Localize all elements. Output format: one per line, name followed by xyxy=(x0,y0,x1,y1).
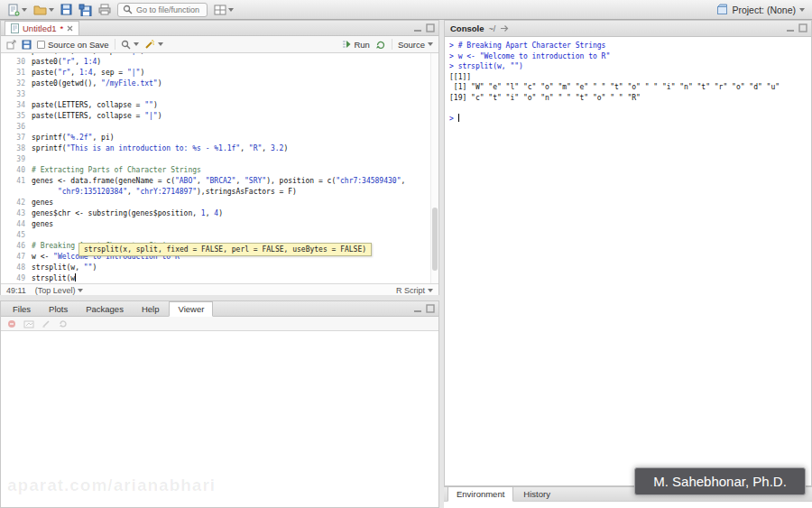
code-line[interactable]: 49strsplit(w xyxy=(1,273,438,283)
open-file-button[interactable] xyxy=(33,4,54,15)
search-icon xyxy=(123,5,133,14)
code-line[interactable]: 45 xyxy=(1,230,438,241)
goto-file-search[interactable] xyxy=(117,3,208,17)
maximize-icon[interactable] xyxy=(798,23,807,32)
console-line: [[1]] xyxy=(449,72,809,83)
chevron-down-icon xyxy=(78,289,83,292)
cursor-position-label: 49:11 xyxy=(6,286,26,295)
editor-statusbar: 49:11 (Top Level) R Script xyxy=(1,283,438,296)
scope-selector[interactable]: (Top Level) xyxy=(35,286,84,295)
line-number: 38 xyxy=(1,143,32,154)
viewer-stop-button[interactable] xyxy=(7,319,16,328)
line-number xyxy=(1,187,32,198)
code-line[interactable]: 40# Extracting Parts of Character String… xyxy=(1,165,438,176)
save-icon xyxy=(60,4,72,15)
tab-title: Untitled1 xyxy=(23,23,57,33)
maximize-icon[interactable] xyxy=(426,23,435,32)
run-label: Run xyxy=(354,40,369,50)
viewer-clear-button[interactable] xyxy=(42,319,51,328)
tab-viewer[interactable]: Viewer xyxy=(169,301,213,317)
maximize-icon[interactable] xyxy=(426,304,435,313)
goto-file-input[interactable] xyxy=(136,5,210,14)
tab-packages[interactable]: Packages xyxy=(78,302,132,316)
scrollbar-thumb[interactable] xyxy=(432,208,438,271)
new-file-button[interactable] xyxy=(7,4,27,16)
main-toolbar: Project: (None) xyxy=(0,0,812,20)
code-line[interactable]: 43genes$chr <- substring(genes$position,… xyxy=(1,208,438,219)
close-icon[interactable] xyxy=(67,25,73,32)
tab-plots[interactable]: Plots xyxy=(41,302,76,316)
code-line[interactable]: 35paste(LETTERS, collapse = "|") xyxy=(1,111,438,122)
editor-scrollbar[interactable] xyxy=(430,53,438,283)
project-menu-button[interactable]: Project: (None) xyxy=(716,4,805,15)
checkbox-icon xyxy=(37,41,45,49)
tab-help[interactable]: Help xyxy=(134,302,168,316)
line-number: 32 xyxy=(1,79,32,89)
save-source-button[interactable] xyxy=(22,40,32,50)
console-line: [19] "c" "t" "i" "o" "n" " " "t" "o" " "… xyxy=(449,93,809,104)
code-line[interactable]: 33 xyxy=(1,89,438,100)
console-output[interactable]: > # Breaking Apart Character Strings> w … xyxy=(445,37,811,124)
code-line[interactable]: 42genes xyxy=(1,198,438,208)
file-type-selector[interactable]: R Script xyxy=(396,286,433,295)
line-number: 34 xyxy=(1,100,32,111)
project-cube-icon xyxy=(716,4,728,15)
text-cursor xyxy=(458,114,459,122)
tab-files[interactable]: Files xyxy=(5,302,39,316)
viewer-export-button[interactable] xyxy=(23,319,34,328)
chevron-down-icon xyxy=(134,42,139,46)
code-line[interactable]: 36 xyxy=(1,122,438,133)
tab-environment[interactable]: Environment xyxy=(448,486,513,502)
minimize-icon[interactable] xyxy=(786,23,795,32)
viewer-toolbar xyxy=(1,317,438,331)
code-tools-button[interactable] xyxy=(144,39,163,50)
line-number: 39 xyxy=(1,154,32,165)
code-line[interactable]: 34paste(LETTERS, collapse = "") xyxy=(1,100,438,111)
code-line[interactable]: 30paste0("r", 1:4) xyxy=(1,57,438,68)
find-button[interactable] xyxy=(121,40,139,50)
console-line: [1] "W" "e" "l" "c" "o" "m" "e" " " "t" … xyxy=(449,82,809,93)
panes-grid-icon xyxy=(214,5,226,15)
line-number: 42 xyxy=(1,198,32,208)
unsaved-indicator: * xyxy=(60,23,64,33)
console-line: > strsplit(w, "") xyxy=(449,61,809,72)
line-number: 48 xyxy=(1,263,32,273)
console-line: > w <- "Welcome to introduction to R" xyxy=(449,51,809,62)
print-button[interactable] xyxy=(98,4,111,15)
code-line[interactable]: 39 xyxy=(1,154,438,165)
minimize-icon[interactable] xyxy=(413,23,422,32)
source-menu-button[interactable]: Source xyxy=(398,40,433,50)
code-line[interactable]: 37sprintf("%.2f", pi) xyxy=(1,133,438,143)
viewer-refresh-button[interactable] xyxy=(59,319,69,328)
chevron-down-icon xyxy=(158,42,163,46)
save-button[interactable] xyxy=(60,4,72,15)
chevron-down-icon xyxy=(22,8,27,12)
tab-history[interactable]: History xyxy=(515,487,558,501)
code-line[interactable]: 41genes <- data.frame(geneName = c("ABO"… xyxy=(1,176,438,187)
minimize-icon[interactable] xyxy=(413,304,422,313)
code-editor[interactable]: 29paste("x", 1:4, sep = "|")30paste0("r"… xyxy=(1,53,438,283)
console-line: > xyxy=(449,114,809,125)
rerun-button[interactable] xyxy=(375,40,386,50)
goto-working-directory-icon[interactable] xyxy=(500,24,510,32)
save-all-button[interactable] xyxy=(78,4,92,16)
source-tabbar: Untitled1* xyxy=(1,21,438,36)
line-number: 49 xyxy=(1,273,32,283)
console-line: > # Breaking Apart Character Strings xyxy=(449,41,809,51)
tab-untitled1[interactable]: Untitled1* xyxy=(5,21,79,35)
code-line[interactable]: 31paste("r", 1:4, sep = "|") xyxy=(1,68,438,79)
run-button[interactable]: Run xyxy=(342,40,369,50)
code-line[interactable]: 38sprintf("This is an introduction to: %… xyxy=(1,143,438,154)
new-file-icon xyxy=(7,4,20,16)
code-line[interactable]: 48strsplit(w, "") xyxy=(1,263,438,273)
console-pane: Console ~/ > # Breaking Apart Character … xyxy=(444,20,812,486)
line-number: 46 xyxy=(1,241,32,252)
scope-label: (Top Level) xyxy=(35,286,76,295)
code-line[interactable]: 44genes xyxy=(1,219,438,230)
code-line[interactable]: 32paste0(getwd(), "/myFile.txt") xyxy=(1,79,438,89)
popout-button[interactable] xyxy=(6,40,16,50)
line-number: 45 xyxy=(1,230,32,241)
panes-layout-button[interactable] xyxy=(214,5,234,15)
source-on-save-checkbox[interactable]: Source on Save xyxy=(37,40,109,50)
code-line[interactable]: "chr9:135120384", "chrY:2714897"),string… xyxy=(1,187,438,198)
